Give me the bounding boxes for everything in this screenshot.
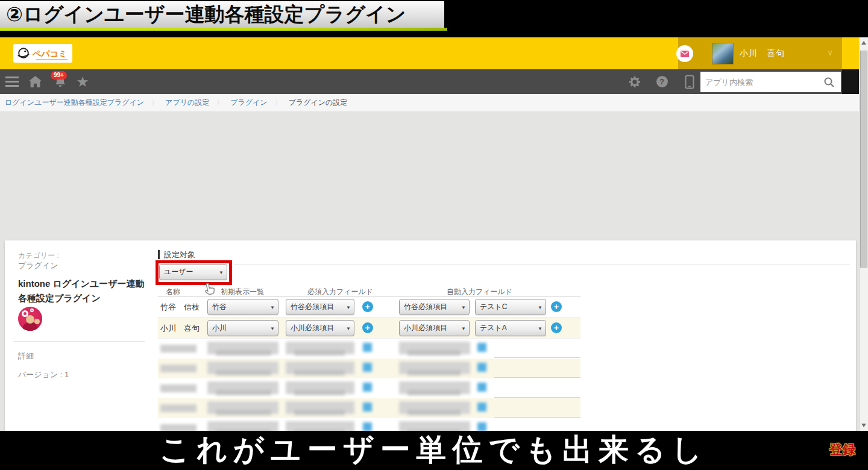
category-value: プラグイン xyxy=(18,260,58,271)
gear-icon[interactable] xyxy=(628,69,641,94)
mobile-device-icon[interactable] xyxy=(684,69,696,94)
add-required-field-button[interactable]: + xyxy=(362,301,373,312)
required-field-dropdown[interactable]: 小川必須項目 ▼ xyxy=(286,320,354,336)
table-row-redacted xyxy=(158,398,580,418)
scrollbar-thumb[interactable] xyxy=(860,51,867,268)
detail-label: 詳細 xyxy=(18,351,34,362)
auto-field-value-dropdown[interactable]: テストC ▼ xyxy=(475,299,546,315)
video-title-text: ②ログインユーザー連動各種設定プラグイン xyxy=(0,1,406,28)
video-subtitle-bar: これがユーザー単位でも出来るし 登録 xyxy=(0,431,868,470)
video-subtitle-text: これがユーザー単位でも出来るし xyxy=(0,431,868,470)
content-background: カテゴリー : プラグイン kintone ログインユーザー連動各種設定プラグイ… xyxy=(0,112,859,431)
table-row-redacted xyxy=(158,339,580,359)
toolbar: 99+ ★ ? xyxy=(0,69,859,94)
breadcrumb-separator-icon: 〉 xyxy=(275,98,281,107)
row-name: 竹谷 信枝 xyxy=(160,296,200,318)
mail-icon xyxy=(681,51,689,57)
avatar[interactable] xyxy=(712,43,733,64)
sidebar-divider xyxy=(13,341,145,342)
version-label: バージョン : 1 xyxy=(18,369,69,380)
favorites-star-icon[interactable]: ★ xyxy=(75,69,90,94)
logo-doodle-icon xyxy=(16,46,31,61)
dropdown-arrow-icon: ▼ xyxy=(461,325,466,331)
add-required-field-button[interactable]: + xyxy=(362,322,373,333)
category-label: カテゴリー : xyxy=(18,251,59,261)
section-title: 設定対象 xyxy=(158,250,195,259)
auto-field-value-dropdown[interactable]: テストA ▼ xyxy=(475,320,546,336)
app-header: ペパコミ 小川 喜句 ∨ xyxy=(0,37,859,69)
logo-text: ペパコミ xyxy=(33,50,67,57)
breadcrumb-separator-icon: 〉 xyxy=(151,98,158,107)
toolbar-end-block xyxy=(842,69,859,94)
video-title-box: ②ログインユーザー連動各種設定プラグイン xyxy=(0,1,444,28)
dropdown-arrow-icon: ▼ xyxy=(538,304,542,310)
vertical-scrollbar[interactable] xyxy=(859,37,868,431)
dropdown-arrow-icon: ▼ xyxy=(346,325,351,331)
scroll-down-arrow[interactable] xyxy=(861,424,866,427)
dropdown-arrow-icon: ▼ xyxy=(538,325,542,331)
video-title-underline xyxy=(0,28,447,31)
add-auto-field-button[interactable]: + xyxy=(551,322,562,333)
help-icon[interactable]: ? xyxy=(656,69,668,94)
search-input[interactable] xyxy=(700,78,817,87)
required-field-dropdown[interactable]: 竹谷必須項目 ▼ xyxy=(286,299,354,315)
breadcrumb-link-plugin[interactable]: プラグイン xyxy=(230,98,267,108)
mouse-cursor-icon xyxy=(203,281,218,297)
section-separator xyxy=(234,265,850,265)
chevron-down-icon[interactable]: ∨ xyxy=(827,37,833,69)
table-row: 竹谷 信枝 竹谷 ▼ 竹谷必須項目 ▼ + 竹谷必須項目 ▼ テストC ▼ + xyxy=(158,296,580,318)
plugin-icon xyxy=(18,307,42,331)
auto-field-dropdown[interactable]: 竹谷必須項目 ▼ xyxy=(399,299,470,315)
breadcrumb-link-app-settings[interactable]: アプリの設定 xyxy=(165,98,209,108)
scroll-up-arrow[interactable] xyxy=(861,41,866,45)
initial-view-dropdown[interactable]: 小川 ▼ xyxy=(207,320,278,336)
dropdown-arrow-icon: ▼ xyxy=(270,304,275,310)
dropdown-arrow-icon: ▼ xyxy=(270,325,275,331)
notification-badge: 99+ xyxy=(51,71,67,80)
red-highlight-box xyxy=(156,260,232,285)
breadcrumb: ログインユーザー連動各種設定プラグイン 〉 アプリの設定 〉 プラグイン 〉 プ… xyxy=(0,94,859,112)
initial-view-dropdown[interactable]: 竹谷 ▼ xyxy=(207,299,278,315)
video-title-banner: ②ログインユーザー連動各種設定プラグイン xyxy=(0,0,868,37)
search-icon xyxy=(823,77,835,88)
user-name: 小川 喜句 xyxy=(740,37,785,69)
row-name: 小川 喜句 xyxy=(160,318,200,339)
dropdown-arrow-icon: ▼ xyxy=(346,304,351,310)
add-auto-field-button[interactable]: + xyxy=(551,301,562,312)
mail-button[interactable] xyxy=(676,45,693,62)
plugin-title: kintone ログインユーザー連動各種設定プラグイン xyxy=(18,277,149,306)
table-row-redacted xyxy=(158,359,580,378)
app-search xyxy=(700,72,841,92)
subscribe-stamp: 登録 xyxy=(829,441,856,458)
header-account-area: 小川 喜句 ∨ xyxy=(678,37,842,69)
logo-tagline xyxy=(36,59,68,60)
table-row: 小川 喜句 小川 ▼ 小川必須項目 ▼ + 小川必須項目 ▼ テストA ▼ + xyxy=(158,318,580,339)
hamburger-menu-icon[interactable] xyxy=(5,69,19,94)
breadcrumb-separator-icon: 〉 xyxy=(216,98,223,107)
home-icon[interactable] xyxy=(28,69,42,94)
dropdown-arrow-icon: ▼ xyxy=(461,304,466,310)
table-row-redacted xyxy=(158,378,580,398)
breadcrumb-current: プラグインの設定 xyxy=(289,98,348,108)
auto-field-dropdown[interactable]: 小川必須項目 ▼ xyxy=(399,320,470,336)
breadcrumb-link-plugin-app[interactable]: ログインユーザー連動各種設定プラグイン xyxy=(5,98,144,108)
search-button[interactable] xyxy=(817,72,841,92)
logo[interactable]: ペパコミ xyxy=(13,44,72,63)
